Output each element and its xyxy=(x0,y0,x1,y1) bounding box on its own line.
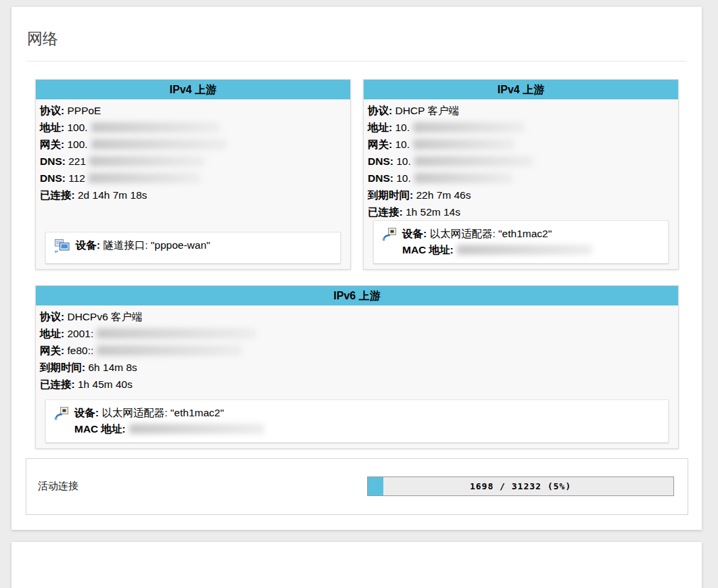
card-body: 协议: DHCP 客户端 地址: 10. 网关: 10. DNS: 10. DN… xyxy=(364,99,678,269)
info-row-protocol: 协议: PPPoE xyxy=(40,102,346,119)
redacted-value xyxy=(97,328,256,339)
field-value: 22h 7m 46s xyxy=(413,189,471,201)
redacted-value xyxy=(91,139,226,149)
redacted-value xyxy=(89,156,204,166)
redacted-value xyxy=(414,173,512,183)
device-box: 设备: 以太网适配器: "eth1mac2" MAC 地址: xyxy=(45,399,669,443)
next-section-panel xyxy=(11,542,702,588)
redacted-value xyxy=(97,345,242,356)
tunnel-icon xyxy=(54,239,70,258)
device-text: 设备: 以太网适配器: "eth1mac2" MAC 地址: xyxy=(74,405,264,437)
page-title: 网络 xyxy=(27,30,688,49)
field-label: DNS: xyxy=(40,172,66,184)
field-value: fe80:: xyxy=(64,345,93,356)
info-row-gateway: 网关: 10. xyxy=(368,136,674,153)
active-connections-section: 活动连接 1698 / 31232 (5%) xyxy=(26,458,688,515)
active-connections-progressbar: 1698 / 31232 (5%) xyxy=(367,476,674,496)
info-row-address: 地址: 10. xyxy=(368,119,674,136)
field-label: 协议: xyxy=(40,311,64,322)
field-value: 1h 52m 14s xyxy=(403,206,460,218)
info-row-connected: 已连接: 1h 45m 40s xyxy=(40,376,674,393)
device-box: 设备: 以太网适配器: "eth1mac2" MAC 地址: xyxy=(373,220,669,264)
mac-label: MAC 地址: xyxy=(74,423,126,435)
ipv4-upstream-card-dhcp: IPv4 上游 协议: DHCP 客户端 地址: 10. 网关: 10. DNS… xyxy=(363,79,679,270)
field-label: DNS: xyxy=(368,155,393,167)
info-row-connected: 已连接: 2d 14h 7m 18s xyxy=(40,187,346,203)
device-box: 设备: 隧道接口: "pppoe-wan" xyxy=(45,232,341,264)
field-value: 100. xyxy=(64,122,87,133)
device-label: 设备: xyxy=(74,407,99,418)
field-value: 2d 14h 7m 18s xyxy=(75,189,147,201)
device-value: 隧道接口: "pppoe-wan" xyxy=(100,239,210,251)
divider xyxy=(27,61,687,62)
ethernet-icon xyxy=(382,227,397,247)
field-value: 10. xyxy=(392,122,410,133)
field-value: 221 xyxy=(66,155,86,167)
field-label: 地址: xyxy=(368,122,392,133)
field-value: PPPoE xyxy=(64,105,101,116)
field-value: 10. xyxy=(392,139,410,150)
active-connections-label: 活动连接 xyxy=(38,480,367,493)
device-text: 设备: 以太网适配器: "eth1mac2" MAC 地址: xyxy=(402,226,592,258)
field-value: DHCP 客户端 xyxy=(392,105,459,116)
info-row-dns2: DNS: 112 xyxy=(40,170,346,187)
redacted-mac xyxy=(129,424,264,434)
field-value: 10. xyxy=(393,172,411,184)
device-text: 设备: 隧道接口: "pppoe-wan" xyxy=(76,237,210,253)
info-row-protocol: 协议: DHCPv6 客户端 xyxy=(40,308,674,325)
redacted-value xyxy=(413,122,525,132)
field-value: 10. xyxy=(393,155,411,167)
field-value: 2001: xyxy=(64,328,93,339)
info-row-expires: 到期时间: 6h 14m 8s xyxy=(40,359,674,376)
upstream-cards-row: IPv4 上游 协议: PPPoE 地址: 100. 网关: 100. DNS:… xyxy=(35,79,679,270)
field-value: DHCPv6 客户端 xyxy=(64,311,142,322)
redacted-mac xyxy=(457,245,592,255)
field-label: 网关: xyxy=(40,139,64,150)
field-value: 6h 14m 8s xyxy=(85,362,137,373)
card-body: 协议: PPPoE 地址: 100. 网关: 100. DNS: 221 DNS… xyxy=(36,99,350,269)
field-label: 协议: xyxy=(368,105,392,116)
redacted-value xyxy=(413,139,514,149)
field-label: 地址: xyxy=(40,122,64,133)
field-label: 网关: xyxy=(40,345,64,356)
info-row-address: 地址: 2001: xyxy=(40,325,674,342)
device-label: 设备: xyxy=(76,239,100,251)
network-status-panel: 网络 IPv4 上游 协议: PPPoE 地址: 100. 网关: 100. D… xyxy=(11,7,702,530)
field-value: 112 xyxy=(66,172,85,184)
info-row-gateway: 网关: fe80:: xyxy=(40,342,674,359)
ethernet-icon xyxy=(54,406,69,426)
info-row-gateway: 网关: 100. xyxy=(40,136,346,153)
ipv4-upstream-card-pppoe: IPv4 上游 协议: PPPoE 地址: 100. 网关: 100. DNS:… xyxy=(35,79,351,270)
field-label: 到期时间: xyxy=(368,189,413,201)
field-label: 地址: xyxy=(40,328,64,339)
card-title: IPv4 上游 xyxy=(36,80,350,99)
field-label: DNS: xyxy=(368,172,393,184)
card-title: IPv4 上游 xyxy=(364,80,678,99)
card-body: 协议: DHCPv6 客户端 地址: 2001: 网关: fe80:: 到期时间… xyxy=(36,305,678,448)
info-row-dns1: DNS: 221 xyxy=(40,153,346,170)
field-value: 100. xyxy=(64,139,87,150)
info-row-expires: 到期时间: 22h 7m 46s xyxy=(368,187,674,203)
ipv6-upstream-card: IPv6 上游 协议: DHCPv6 客户端 地址: 2001: 网关: fe8… xyxy=(35,285,679,449)
info-row-dns1: DNS: 10. xyxy=(368,153,674,170)
field-value: 1h 45m 40s xyxy=(75,378,133,390)
progressbar-text: 1698 / 31232 (5%) xyxy=(368,477,673,495)
device-value: 以太网适配器: "eth1mac2" xyxy=(427,228,552,239)
redacted-value xyxy=(414,156,533,166)
redacted-value xyxy=(91,122,220,132)
field-label: DNS: xyxy=(40,155,66,167)
info-row-address: 地址: 100. xyxy=(40,119,346,136)
info-row-protocol: 协议: DHCP 客户端 xyxy=(368,102,674,119)
info-row-dns2: DNS: 10. xyxy=(368,170,674,187)
field-label: 到期时间: xyxy=(40,362,85,373)
mac-label: MAC 地址: xyxy=(402,244,454,255)
card-title: IPv6 上游 xyxy=(36,286,678,305)
info-row-connected: 已连接: 1h 52m 14s xyxy=(368,203,674,220)
field-label: 已连接: xyxy=(40,378,75,390)
redacted-value xyxy=(89,173,200,183)
device-label: 设备: xyxy=(402,228,427,239)
field-label: 已连接: xyxy=(368,206,403,218)
field-label: 已连接: xyxy=(40,189,75,201)
field-label: 网关: xyxy=(368,139,392,150)
field-label: 协议: xyxy=(40,105,64,116)
